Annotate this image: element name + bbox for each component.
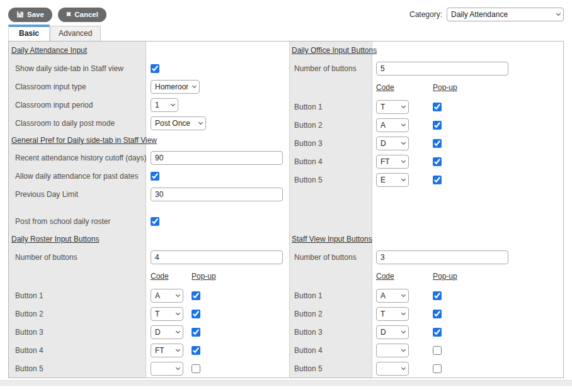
daily-office-button-2-popup-checkbox[interactable] — [433, 121, 442, 130]
post-from-school-daily-roster-checkbox[interactable] — [151, 217, 159, 226]
toolbar: Save ✖ Cancel Category: Daily Attendance — [0, 0, 572, 25]
section-title-daily-attendance-input: Daily Attendance Input — [9, 46, 87, 55]
pref-label: Number of buttons — [289, 253, 371, 262]
daily-roster-button-3-code-select[interactable]: D — [151, 325, 183, 339]
staff-view-button-1-code-select[interactable]: A — [376, 289, 409, 303]
pref-row: Post from school daily roster — [9, 212, 289, 230]
staff-view-button-3-popup-checkbox[interactable] — [433, 328, 442, 337]
staff-view-button-1-popup-checkbox[interactable] — [433, 291, 442, 300]
button-row: Button 2 A — [289, 116, 563, 134]
button-row: Button 4 FT — [289, 152, 563, 171]
daily-office-button-5-popup-checkbox[interactable] — [433, 176, 442, 184]
save-button-label: Save — [27, 11, 44, 18]
cancel-button[interactable]: ✖ Cancel — [58, 8, 106, 22]
staff-view-button-5-code-select[interactable] — [376, 362, 409, 376]
pref-row: Previous Day Limit — [9, 185, 289, 203]
button-row: Button 3 D — [289, 323, 563, 341]
pref-label: Button 3 — [289, 328, 371, 337]
button-row: Button 5 — [9, 359, 289, 378]
pref-label: Button 5 — [289, 176, 371, 184]
pref-row: Number of buttons — [289, 59, 563, 77]
classroom-input-type-select[interactable]: Homeroom — [151, 80, 200, 94]
left-preferences-column: Daily Attendance Input Show daily side-t… — [9, 42, 289, 378]
right-preferences-column: Daily Office Input Buttons Number of but… — [289, 42, 563, 378]
button-row: Button 4 — [289, 341, 563, 359]
daily-roster-button-1-popup-checkbox[interactable] — [192, 291, 200, 300]
staff-view-button-4-code-select[interactable] — [376, 344, 409, 357]
daily-roster-button-5-code-select[interactable] — [151, 362, 183, 376]
daily-office-button-3-code-select[interactable]: D — [376, 137, 409, 150]
daily-roster-button-3-popup-checkbox[interactable] — [192, 328, 200, 337]
preferences-panel: Daily Attendance Input Show daily side-t… — [8, 41, 564, 378]
previous-day-limit-input[interactable] — [151, 188, 283, 201]
staff-view-button-4-popup-checkbox[interactable] — [433, 346, 442, 355]
daily-office-button-5-code-select[interactable]: E — [376, 173, 409, 187]
staff-view-number-of-buttons-input[interactable] — [376, 250, 508, 264]
category-label: Category: — [409, 10, 442, 19]
pref-row: Number of buttons — [289, 248, 563, 266]
pref-label: Number of buttons — [289, 64, 371, 73]
button-row: Button 5 E — [289, 171, 563, 189]
daily-roster-button-5-popup-checkbox[interactable] — [192, 364, 200, 373]
pref-label: Number of buttons — [9, 253, 146, 262]
daily-office-button-1-popup-checkbox[interactable] — [433, 103, 442, 111]
daily-office-number-of-buttons-input[interactable] — [376, 62, 508, 76]
classroom-to-daily-post-mode-select[interactable]: Post Once — [151, 116, 206, 130]
allow-daily-attendance-past-dates-checkbox[interactable] — [151, 172, 159, 181]
footer-strip — [0, 380, 572, 386]
staff-view-button-3-code-select[interactable]: D — [376, 325, 409, 339]
button-row: Button 4 FT — [9, 341, 289, 359]
button-row: Button 2 T — [289, 305, 563, 323]
popup-column-header: Pop-up — [433, 83, 457, 92]
save-button[interactable]: Save — [8, 8, 52, 22]
popup-column-header: Pop-up — [192, 272, 216, 281]
button-row: Button 1 A — [289, 286, 563, 305]
daily-office-button-3-popup-checkbox[interactable] — [433, 139, 442, 148]
staff-view-button-2-code-select[interactable]: T — [376, 307, 409, 321]
daily-office-button-2-code-select[interactable]: A — [376, 118, 409, 132]
classroom-input-period-select[interactable]: 1 — [151, 98, 178, 112]
cancel-x-icon: ✖ — [66, 11, 71, 18]
pref-label: Show daily side-tab in Staff view — [9, 64, 146, 73]
tab-advanced[interactable]: Advanced — [50, 26, 101, 41]
tab-basic[interactable]: Basic — [8, 25, 50, 41]
staff-view-button-2-popup-checkbox[interactable] — [433, 310, 442, 318]
show-daily-side-tab-checkbox[interactable] — [151, 64, 159, 73]
pref-row: Allow daily attendance for past dates — [9, 167, 289, 185]
staff-view-button-5-popup-checkbox[interactable] — [433, 364, 442, 373]
daily-office-button-4-code-select[interactable]: FT — [376, 155, 409, 169]
code-column-header: Code — [376, 83, 433, 92]
pref-row: Number of buttons — [9, 248, 289, 266]
pref-label: Recent attendance history cutoff (days) — [9, 154, 146, 162]
pref-label: Classroom input type — [9, 82, 146, 91]
pref-label: Button 5 — [9, 364, 146, 373]
daily-roster-button-4-popup-checkbox[interactable] — [192, 346, 200, 355]
popup-column-header: Pop-up — [433, 272, 457, 281]
pref-row: Classroom input type Homeroom — [9, 77, 289, 96]
pref-label: Classroom to daily post mode — [9, 119, 146, 128]
pref-row: Recent attendance history cutoff (days) — [9, 148, 289, 167]
pref-label: Button 3 — [9, 328, 146, 337]
daily-roster-button-1-code-select[interactable]: A — [151, 289, 183, 303]
pref-label: Button 2 — [289, 310, 371, 318]
pref-label: Button 4 — [289, 157, 371, 166]
pref-label: Previous Day Limit — [9, 190, 146, 199]
daily-roster-button-2-code-select[interactable]: T — [151, 307, 183, 321]
recent-attendance-history-cutoff-input[interactable] — [151, 151, 283, 165]
pref-row: Classroom to daily post mode Post Once — [9, 114, 289, 132]
daily-roster-button-2-popup-checkbox[interactable] — [192, 310, 200, 318]
category-select[interactable]: Daily Attendance — [447, 8, 564, 21]
button-row: Button 3 D — [9, 323, 289, 341]
section-title-general-pref: General Pref for Daily side-tab in Staff… — [9, 136, 157, 145]
section-title-daily-roster-input-buttons: Daily Roster Input Buttons — [9, 235, 99, 244]
button-row: Button 3 D — [289, 134, 563, 152]
section-title-staff-view-input-buttons: Staff View Input Buttons — [289, 235, 372, 244]
button-row: Button 2 T — [9, 305, 289, 323]
code-column-header: Code — [376, 272, 433, 281]
daily-office-button-4-popup-checkbox[interactable] — [433, 157, 442, 166]
save-floppy-icon — [16, 11, 24, 18]
daily-roster-button-4-code-select[interactable]: FT — [151, 344, 183, 357]
daily-roster-number-of-buttons-input[interactable] — [151, 250, 283, 264]
pref-label: Button 1 — [289, 291, 371, 300]
daily-office-button-1-code-select[interactable]: T — [376, 100, 409, 114]
